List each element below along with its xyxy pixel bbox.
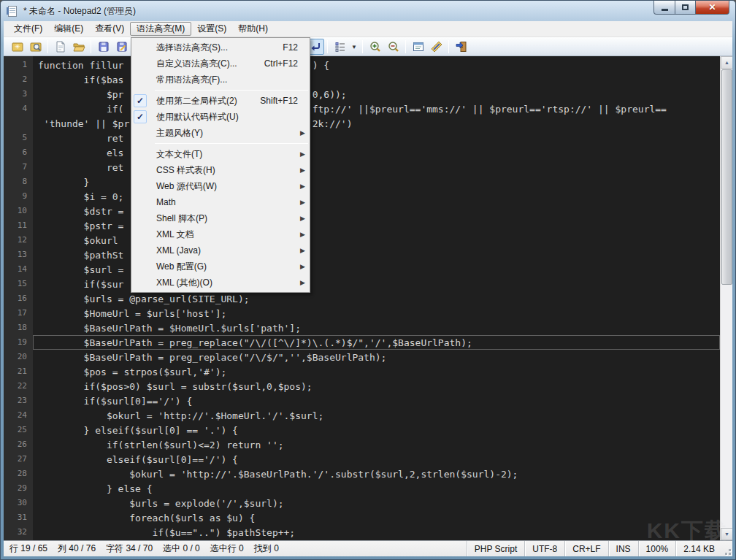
line-number: 4 (4, 101, 33, 116)
menu-item-label: Shell 脚本(P) (156, 212, 207, 225)
status-bar: 行 19 / 65列 40 / 76字符 34 / 70选中 0 / 0选中行 … (4, 540, 732, 556)
exit-button[interactable] (452, 39, 470, 55)
status-cell[interactable]: PHP Script (467, 541, 524, 556)
code-line[interactable]: 32 if($u=="..") $pathStep++; (4, 525, 720, 540)
code-line[interactable]: 9 $i = 0; (4, 189, 720, 204)
code-line[interactable]: 3 $pr 0,6)); (4, 87, 720, 101)
menu-item-1[interactable]: 自定义语法高亮(C)...Ctrl+F12 (131, 55, 310, 72)
customize-schemes-button[interactable] (427, 39, 445, 55)
scheme-list-button[interactable] (331, 39, 349, 55)
minimize-button[interactable] (653, 1, 675, 15)
new-window-button[interactable]: ✳ (8, 39, 26, 55)
code-line[interactable]: 12 $okurl (4, 233, 720, 248)
code-line[interactable]: 'thunde' || $pr 2k://') (4, 116, 720, 131)
menu-item-0[interactable]: 选择语法高亮(S)...F12 (131, 39, 310, 55)
check-icon: ✓ (134, 110, 147, 123)
code-line[interactable]: 16 $urls = @parse_url(SITE_URL); (4, 291, 720, 306)
menu-item-13[interactable]: XML 文档▶ (131, 226, 310, 242)
code-line[interactable]: 14 $surl = (4, 262, 720, 277)
code-line[interactable]: 10 $dstr = (4, 204, 720, 218)
close-button[interactable]: ✕ (696, 1, 729, 15)
code-line[interactable]: 31 foreach($urls as $u) { (4, 510, 720, 525)
new-window-icon: ✳ (11, 40, 24, 53)
line-number: 3 (4, 87, 33, 101)
zoom-out-button[interactable] (384, 39, 402, 55)
menubar-item-3[interactable]: 语法高亮(M) (130, 22, 191, 36)
scheme-dropdown-button[interactable]: ▼ (349, 39, 359, 55)
status-cell[interactable]: INS (608, 541, 638, 556)
save-button[interactable] (94, 39, 112, 55)
code-line[interactable]: 22 if($pos>0) $surl = substr($surl,0,$po… (4, 379, 720, 394)
browse-button[interactable] (26, 39, 45, 55)
menu-item-5[interactable]: ✓使用默认代码样式(U) (131, 109, 310, 125)
maximize-button[interactable] (675, 1, 696, 15)
code-line[interactable]: 24 $okurl = 'http://'.$HomeUrl.'/'.$surl… (4, 408, 720, 423)
menu-item-12[interactable]: Shell 脚本(P)▶ (131, 210, 310, 226)
menu-item-16[interactable]: XML (其他)(O)▶ (131, 275, 310, 291)
toolbar-separator (448, 40, 449, 53)
line-number: 14 (4, 262, 33, 277)
code-line[interactable]: 2 if($bas (4, 72, 720, 87)
new-file-button[interactable] (51, 39, 69, 55)
menu-item-4[interactable]: ✓使用第二全局样式(2)Shift+F12 (131, 93, 310, 109)
code-line[interactable]: 4 if( ftp://' ||$preurl=='mms://' || $pr… (4, 101, 720, 116)
code-text: $HomeUrl = $urls['host']; (33, 306, 720, 321)
code-area[interactable]: 1function fillur ) {2 if($bas3 $pr 0,6))… (4, 58, 720, 540)
code-line[interactable]: 21 $pos = strpos($surl,'#'); (4, 364, 720, 379)
menu-item-14[interactable]: XML (Java)▶ (131, 242, 310, 258)
code-line[interactable]: 8 } (4, 174, 720, 189)
menu-item-10[interactable]: Web 源代码(W)▶ (131, 178, 310, 194)
code-line[interactable]: 30 $urls = explode('/',$surl); (4, 496, 720, 510)
title-bar[interactable]: * 未命名 - Notepad2 (管理员) ✕ (1, 1, 735, 21)
code-line[interactable]: 29 } else { (4, 481, 720, 496)
menu-item-15[interactable]: Web 配置(G)▶ (131, 258, 310, 275)
scheme-config-button[interactable] (409, 39, 427, 55)
line-number: 25 (4, 423, 33, 437)
open-file-button[interactable] (69, 39, 88, 55)
submenu-arrow-icon: ▶ (300, 263, 305, 270)
menu-item-8[interactable]: 文本文件(T)▶ (131, 146, 310, 162)
code-line[interactable]: 27 elseif($surl[0]=='/') { (4, 452, 720, 467)
menubar-item-5[interactable]: 帮助(H) (232, 21, 274, 37)
scrollbar-thumb[interactable] (721, 69, 732, 285)
code-line[interactable]: 19 $BaseUrlPath = preg_replace("/\/([^\/… (4, 335, 720, 350)
menubar-item-1[interactable]: 编辑(E) (48, 21, 89, 37)
vertical-scrollbar[interactable]: ▲ ▼ (720, 56, 732, 540)
code-line[interactable]: 18 $BaseUrlPath = $HomeUrl.$urls['path']… (4, 321, 720, 335)
status-left: 行 19 / 65列 40 / 76字符 34 / 70选中 0 / 0选中行 … (4, 542, 467, 555)
save-as-button[interactable] (112, 39, 131, 55)
code-line[interactable]: 26 if(strlen($surl)<=2) return ''; (4, 437, 720, 452)
menu-item-9[interactable]: CSS 样式表(H)▶ (131, 162, 310, 178)
code-line[interactable]: 7 ret (4, 160, 720, 174)
code-line[interactable]: 11 $pstr = (4, 218, 720, 233)
scroll-up-arrow[interactable]: ▲ (721, 56, 732, 69)
code-line[interactable]: 5 ret (4, 131, 720, 145)
editor-pane[interactable]: 1function fillur ) {2 if($bas3 $pr 0,6))… (4, 56, 732, 540)
status-cell[interactable]: UTF-8 (524, 541, 564, 556)
notepad2-window: * 未命名 - Notepad2 (管理员) ✕ 文件(F)编辑(E)查看(V)… (0, 0, 736, 560)
code-line[interactable]: 15 if($sur (4, 277, 720, 291)
zoom-in-button[interactable] (366, 39, 384, 55)
menu-item-shortcut: Ctrl+F12 (264, 58, 298, 69)
line-number: 1 (4, 58, 33, 72)
code-line[interactable]: 20 $BaseUrlPath = preg_replace("/\/$/",'… (4, 350, 720, 364)
code-line[interactable]: 6 els (4, 145, 720, 160)
menubar-item-0[interactable]: 文件(F) (8, 21, 48, 37)
line-number: 9 (4, 189, 33, 204)
code-line[interactable]: 1function fillur ) { (4, 58, 720, 72)
code-line[interactable]: 23 if($surl[0]=='/') { (4, 394, 720, 408)
menubar-item-2[interactable]: 查看(V) (89, 21, 130, 37)
line-number: 2 (4, 72, 33, 87)
menu-item-2[interactable]: 常用语法高亮(F)... (131, 72, 310, 88)
code-line[interactable]: 25 } elseif($surl[0] == '.') { (4, 423, 720, 437)
code-text: if(strlen($surl)<=2) return ''; (33, 437, 720, 452)
dropdown-caret-icon: ▼ (351, 44, 357, 50)
code-line[interactable]: 13 $pathSt (4, 248, 720, 262)
code-line[interactable]: 28 $okurl = 'http://'.$BaseUrlPath.'/'.s… (4, 467, 720, 481)
line-number: 23 (4, 394, 33, 408)
status-cell[interactable]: CR+LF (564, 541, 607, 556)
menu-item-11[interactable]: Math▶ (131, 194, 310, 210)
menu-item-6[interactable]: 主题风格(Y)▶ (131, 125, 310, 141)
menubar-item-4[interactable]: 设置(S) (191, 21, 232, 37)
code-line[interactable]: 17 $HomeUrl = $urls['host']; (4, 306, 720, 321)
